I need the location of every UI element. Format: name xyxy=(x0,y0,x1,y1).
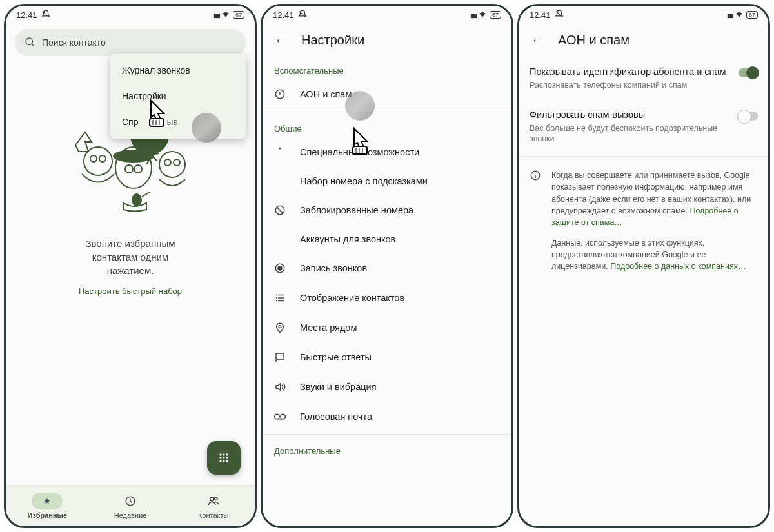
section-aux: Вспомогательные xyxy=(263,57,511,79)
signal-icon xyxy=(213,11,219,19)
divider xyxy=(263,112,511,112)
row-nearby[interactable]: Места рядом xyxy=(263,313,511,342)
star-icon: ★ xyxy=(44,497,50,506)
menu-call-log[interactable]: Журнал звонков xyxy=(110,57,246,83)
alert-icon xyxy=(274,88,286,100)
svg-point-19 xyxy=(226,453,228,455)
svg-point-12 xyxy=(134,165,142,173)
data-learn-more-link[interactable]: Подробнее о данных о компаниях… xyxy=(610,262,746,271)
back-button[interactable]: ← xyxy=(531,33,544,48)
pin-icon xyxy=(274,322,286,333)
svg-point-22 xyxy=(226,457,228,458)
avatar-behind xyxy=(345,91,375,121)
wifi-icon xyxy=(478,10,487,20)
row-assisted-dialing[interactable]: Набор номера с подсказками xyxy=(263,167,511,195)
battery-indicator: 67 xyxy=(746,11,758,19)
svg-point-24 xyxy=(223,460,224,462)
svg-point-20 xyxy=(219,457,221,458)
svg-point-0 xyxy=(26,38,33,45)
svg-point-28 xyxy=(214,497,217,500)
toggle-off[interactable] xyxy=(739,112,758,121)
statusbar: 12:41 67 xyxy=(263,6,511,24)
phone-screen-caller-id: 12:41 67 ← АОН и спам Показывать идентиф… xyxy=(517,4,770,528)
nav-recent[interactable]: Недавние xyxy=(89,486,172,526)
statusbar: 12:41 67 xyxy=(519,6,768,24)
svg-point-7 xyxy=(90,155,97,162)
row-caller-id[interactable]: АОН и спам xyxy=(263,79,511,109)
dialpad-fab[interactable] xyxy=(207,441,241,475)
svg-point-23 xyxy=(219,460,221,462)
svg-point-25 xyxy=(226,460,228,462)
record-icon xyxy=(274,262,286,274)
voicemail-icon xyxy=(274,411,286,422)
svg-point-18 xyxy=(223,453,224,455)
section-extra: Дополнительные xyxy=(263,437,511,460)
svg-point-11 xyxy=(125,165,133,173)
svg-point-21 xyxy=(223,457,224,458)
dnd-icon xyxy=(555,10,564,21)
bottom-nav: ★ Избранные Недавние Контакты xyxy=(6,485,255,526)
svg-point-15 xyxy=(174,159,180,166)
dnd-icon xyxy=(298,10,307,21)
svg-point-39 xyxy=(275,414,280,419)
signal-icon xyxy=(727,11,732,19)
block-icon xyxy=(274,204,286,216)
empty-state-text: Звоните избранным контактам одним нажати… xyxy=(6,237,255,277)
page-header: ← АОН и спам xyxy=(519,24,768,57)
back-button[interactable]: ← xyxy=(274,33,287,48)
search-placeholder: Поиск контакто xyxy=(42,37,106,48)
svg-point-10 xyxy=(113,150,154,163)
dnd-icon xyxy=(41,10,50,21)
divider xyxy=(519,156,768,157)
toggle-on[interactable] xyxy=(739,68,758,77)
row-voicemail[interactable]: Голосовая почта xyxy=(263,402,511,431)
info-block: Когда вы совершаете или принимаете вызов… xyxy=(519,159,768,282)
page-title: Настройки xyxy=(301,33,364,48)
svg-point-14 xyxy=(164,159,171,166)
svg-point-34 xyxy=(279,148,281,150)
row-quick-reply[interactable]: Быстрые ответы xyxy=(263,342,511,372)
pref-title: Показывать идентификатор абонента и спам xyxy=(530,66,729,78)
clock-icon xyxy=(124,495,136,507)
nav-favorites[interactable]: ★ Избранные xyxy=(6,486,89,526)
menu-settings[interactable]: Настройки xyxy=(110,83,246,109)
svg-point-17 xyxy=(219,453,221,455)
phone-screen-settings: 12:41 67 ← Настройки Вспомогательные АОН… xyxy=(261,4,513,528)
speed-dial-link[interactable]: Настроить быстрый набор xyxy=(6,286,255,296)
svg-point-13 xyxy=(159,152,185,177)
row-blocked[interactable]: Заблокированные номера xyxy=(263,195,511,225)
clock: 12:41 xyxy=(273,10,294,20)
svg-point-8 xyxy=(99,155,106,162)
row-record[interactable]: Запись звонков xyxy=(263,253,511,283)
menu-help[interactable]: Спр ыв xyxy=(110,109,246,135)
svg-point-38 xyxy=(279,326,281,328)
statusbar: 12:41 67 xyxy=(6,6,255,24)
pref-title: Фильтровать спам-вызовы xyxy=(530,109,729,121)
svg-point-40 xyxy=(281,414,286,419)
row-accessibility[interactable]: Специальные возможности xyxy=(263,137,511,167)
svg-point-37 xyxy=(278,266,282,270)
clock: 12:41 xyxy=(16,10,37,20)
svg-point-27 xyxy=(210,497,213,501)
accessibility-icon xyxy=(274,146,286,158)
nav-contacts[interactable]: Контакты xyxy=(172,486,255,526)
page-title: АОН и спам xyxy=(558,33,630,48)
row-accounts[interactable]: Аккаунты для звонков xyxy=(263,225,511,253)
battery-indicator: 67 xyxy=(490,11,501,19)
section-general: Общие xyxy=(263,115,511,137)
pref-filter-spam[interactable]: Фильтровать спам-вызовы Вас больше не бу… xyxy=(519,100,768,154)
pref-show-caller-id[interactable]: Показывать идентификатор абонента и спам… xyxy=(519,57,768,100)
list-icon xyxy=(274,292,286,304)
pref-subtitle: Вас больше не будут беспокоить подозрите… xyxy=(530,123,729,145)
row-display[interactable]: Отображение контактов xyxy=(263,283,511,313)
overflow-menu: Журнал звонков Настройки Спр ыв xyxy=(110,54,246,139)
phone-screen-favorites: 12:41 67 Поиск контакто Журнал звонков Н… xyxy=(4,4,257,528)
sound-icon xyxy=(274,381,286,393)
row-sound[interactable]: Звуки и вибрация xyxy=(263,372,511,402)
chat-icon xyxy=(274,351,286,363)
people-icon xyxy=(207,495,220,507)
wifi-icon xyxy=(221,10,230,20)
search-input[interactable]: Поиск контакто xyxy=(15,29,246,56)
battery-indicator: 67 xyxy=(233,11,244,19)
signal-icon xyxy=(470,11,475,19)
